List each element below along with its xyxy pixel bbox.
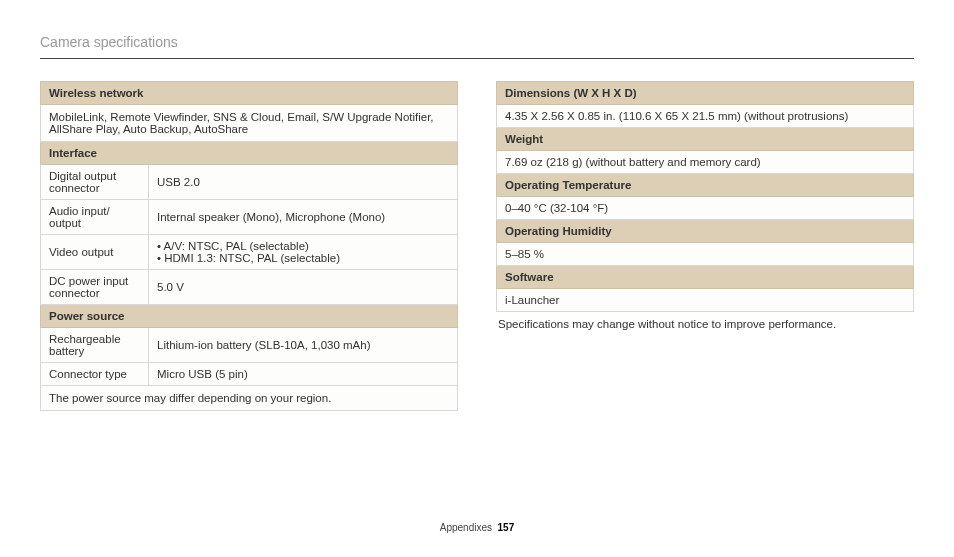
value-video-output: A/V: NTSC, PAL (selectable) HDMI 1.3: NT… bbox=[149, 235, 458, 270]
section-weight: Weight bbox=[497, 128, 914, 151]
power-source-note: The power source may differ depending on… bbox=[41, 386, 458, 411]
left-column: Wireless network MobileLink, Remote View… bbox=[40, 81, 458, 411]
section-software: Software bbox=[497, 266, 914, 289]
page-footer: Appendixes 157 bbox=[0, 522, 954, 533]
label-video-output: Video output bbox=[41, 235, 149, 270]
label-connector-type: Connector type bbox=[41, 363, 149, 386]
section-op-temp: Operating Temperature bbox=[497, 174, 914, 197]
value-dc-power: 5.0 V bbox=[149, 270, 458, 305]
value-digital-output: USB 2.0 bbox=[149, 165, 458, 200]
section-power-source: Power source bbox=[41, 305, 458, 328]
value-software: i-Launcher bbox=[497, 289, 914, 312]
value-battery: Lithium-ion battery (SLB-10A, 1,030 mAh) bbox=[149, 328, 458, 363]
specs-table-left: Wireless network MobileLink, Remote View… bbox=[40, 81, 458, 411]
label-audio-io: Audio input/ output bbox=[41, 200, 149, 235]
label-dc-power: DC power input connector bbox=[41, 270, 149, 305]
footer-section: Appendixes bbox=[440, 522, 492, 533]
footer-page-number: 157 bbox=[498, 522, 515, 533]
value-weight: 7.69 oz (218 g) (without battery and mem… bbox=[497, 151, 914, 174]
right-column: Dimensions (W X H X D) 4.35 X 2.56 X 0.8… bbox=[496, 81, 914, 411]
content-columns: Wireless network MobileLink, Remote View… bbox=[40, 81, 914, 411]
value-connector-type: Micro USB (5 pin) bbox=[149, 363, 458, 386]
label-digital-output: Digital output connector bbox=[41, 165, 149, 200]
section-wireless-network: Wireless network bbox=[41, 82, 458, 105]
label-battery: Rechargeable battery bbox=[41, 328, 149, 363]
video-output-av: A/V: NTSC, PAL (selectable) bbox=[157, 240, 449, 252]
section-op-humidity: Operating Humidity bbox=[497, 220, 914, 243]
section-dimensions: Dimensions (W X H X D) bbox=[497, 82, 914, 105]
disclaimer-text: Specifications may change without notice… bbox=[496, 312, 914, 330]
value-op-temp: 0–40 °C (32-104 °F) bbox=[497, 197, 914, 220]
video-output-hdmi: HDMI 1.3: NTSC, PAL (selectable) bbox=[157, 252, 449, 264]
value-dimensions: 4.35 X 2.56 X 0.85 in. (110.6 X 65 X 21.… bbox=[497, 105, 914, 128]
value-audio-io: Internal speaker (Mono), Microphone (Mon… bbox=[149, 200, 458, 235]
specs-table-right: Dimensions (W X H X D) 4.35 X 2.56 X 0.8… bbox=[496, 81, 914, 312]
wireless-network-value: MobileLink, Remote Viewfinder, SNS & Clo… bbox=[41, 105, 458, 142]
section-interface: Interface bbox=[41, 142, 458, 165]
page-title: Camera specifications bbox=[40, 34, 914, 59]
value-op-humidity: 5–85 % bbox=[497, 243, 914, 266]
